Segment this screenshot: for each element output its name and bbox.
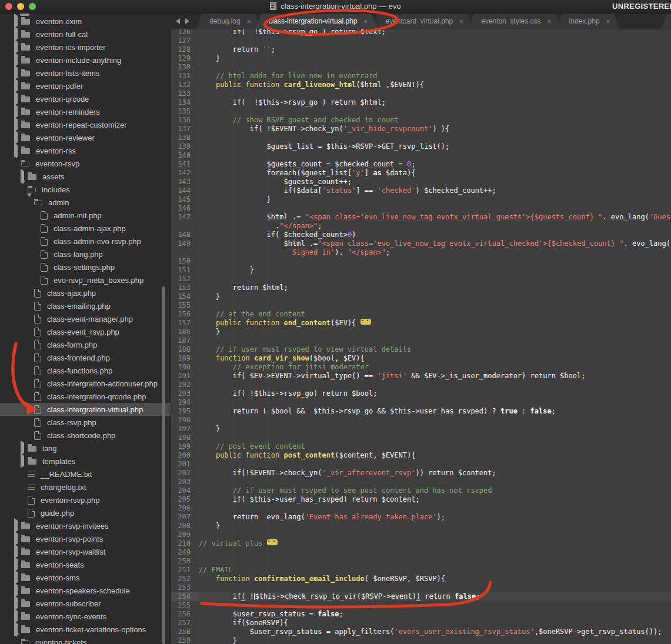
sidebar-scrollbar[interactable] [162,286,165,644]
code-fold-icon[interactable]: ··· [267,539,278,545]
code-line-155[interactable]: 155 [171,301,671,310]
code-line-210[interactable]: 210// virtual plus ··· [171,539,671,548]
sidebar-item-class-event_rsvp.php[interactable]: class-event_rsvp.php [0,325,171,338]
code-line-139[interactable]: 139 $guest_list = $this->RSVP->GET_rsvp_… [171,142,671,151]
code-line-187[interactable]: 187 [171,336,671,345]
code-line-192[interactable]: 192 [171,381,671,389]
code-line-142[interactable]: 142 foreach($guest_list['y'] as $data){ [171,169,671,178]
sidebar-item-evo-rsvp_meta_boxes.php[interactable]: evo-rsvp_meta_boxes.php [0,273,171,286]
code-line-196[interactable]: 196 [171,416,671,425]
sidebar-item-eventon-speakers-schedule[interactable]: eventon-speakers-schedule [0,584,171,597]
sidebar-item-class-frontend.php[interactable]: class-frontend.php [0,351,171,364]
code-fold-icon[interactable]: ··· [360,319,371,325]
code-line-202[interactable]: 202 if(!$EVENT->check_yn('_vir_aftereven… [171,469,671,478]
code-line-193[interactable]: 193 if( !$this->rsvp_go) return $bool; [171,389,671,398]
code-line-206[interactable]: 206 [171,504,671,513]
sidebar-item-eventon-rsvp.php[interactable]: eventon-rsvp.php [0,493,171,506]
sidebar-item-eventon-lists-items[interactable]: eventon-lists-items [0,66,171,79]
sidebar-item-includes[interactable]: includes [0,183,171,196]
chevron-right-icon[interactable] [21,453,24,468]
sidebar-item-eventon-qrcode[interactable]: eventon-qrcode [0,92,171,105]
sidebar-item-eventon-sync-events[interactable]: eventon-sync-events [0,610,171,623]
code-line-253[interactable]: 253 [171,583,671,592]
history-back-icon[interactable] [176,18,180,24]
code-line-191[interactable]: 191 if( $EV->EVENT->virtual_type() == 'j… [171,372,671,381]
sidebar-item-eventon-rsvp-invitees[interactable]: eventon-rsvp-invitees [0,519,171,532]
tab-close-icon[interactable]: × [459,17,464,26]
code-line-132[interactable]: 132 public function card_livenow_html($h… [171,81,671,89]
sidebar-item-class-lang.php[interactable]: class-lang.php [0,248,171,261]
code-line-128[interactable]: 128 return ''; [171,45,671,54]
tab-eventon_styles.css[interactable]: eventon_styles.css× [468,13,560,29]
code-line-138[interactable]: 138 [171,134,671,142]
sidebar-item-templates[interactable]: templates [0,455,171,468]
code-line-144[interactable]: 144 if($data['status'] == 'checked') $ch… [171,186,671,195]
code-line-150[interactable]: 150 [171,257,671,266]
code-line-249[interactable]: 249 [171,548,671,557]
sidebar-item-admin[interactable]: admin [0,196,171,209]
tab-class-intergration-virtual.php[interactable]: class-intergration-virtual.php× [256,13,378,29]
chevron-down-icon[interactable] [14,155,19,168]
sidebar-item-class-intergration-actionuser.php[interactable]: class-intergration-actionuser.php [0,377,171,390]
sidebar-item-eventon-ticket-variations-options[interactable]: eventon-ticket-variations-options [0,623,171,636]
code-line-154[interactable]: 154 } [171,292,671,301]
code-line-141[interactable]: 141 $guests_count = $checked_count = 0; [171,160,671,169]
code-line-131[interactable]: 131 // html adds for live now in eventca… [171,72,671,81]
code-line-209[interactable]: 209 [171,530,671,539]
code-line-148[interactable]: 148 if( $checked_count>0) [171,231,671,239]
sidebar-item-eventon-exim[interactable]: eventon-exim [0,15,171,28]
code-line-137[interactable]: 137 if( !$EVENT->check_yn('_vir_hide_rsv… [171,125,671,134]
tab-index.php[interactable]: index.php× [556,13,620,29]
code-line-149[interactable]: 149 $html .="<span class='evo_live_now_t… [171,239,671,248]
code-line-156[interactable]: 156 // at the end content [171,310,671,319]
sidebar-item-eventon-rsvp-waitlist[interactable]: eventon-rsvp-waitlist [0,545,171,558]
tab-debug.log[interactable]: debug.log× [196,13,261,29]
code-line-251[interactable]: 251// EMAIL [171,566,671,575]
sidebar-item-eventon-include-anything[interactable]: eventon-include-anything [0,54,171,66]
code-line-wrap[interactable]: Signed in'). "</span>"; [171,248,671,257]
sidebar-item-changelog.txt[interactable]: changelog.txt [0,481,171,493]
sidebar-item-class-event-manager.php[interactable]: class-event-manager.php [0,312,171,325]
code-line-200[interactable]: 200 public function post_content($conten… [171,451,671,460]
code-line-134[interactable]: 134 if( !$this->rsvp_go ) return $html; [171,98,671,107]
sidebar-item-class-ajax.php[interactable]: class-ajax.php [0,286,171,299]
code-line-143[interactable]: 143 $guests_count++; [171,178,671,186]
code-line-136[interactable]: 136 // show RSVP guest and checked in co… [171,116,671,125]
code-line-201[interactable]: 201 [171,460,671,469]
tab-close-icon[interactable]: × [363,17,368,26]
code-line-203[interactable]: 203 [171,478,671,486]
sidebar-item-eventon-reminders[interactable]: eventon-reminders [0,105,171,118]
sidebar-item-eventon-ics-importer[interactable]: eventon-ics-importer [0,41,171,54]
tab-close-icon[interactable]: × [246,17,251,26]
sidebar-item-eventon-rss[interactable]: eventon-rss [0,144,171,157]
sidebar-item-class-settings.php[interactable]: class-settings.php [0,261,171,273]
sidebar-item-class-shortcode.php[interactable]: class-shortcode.php [0,429,171,442]
sidebar-item-__README.txt[interactable]: __README.txt [0,468,171,481]
sidebar-item-class-functions.php[interactable]: class-functions.php [0,364,171,377]
code-editor[interactable]: 126 if( !$this->rsvp_go ) return $text;1… [171,29,671,644]
code-line-wrap[interactable]: ."</span>"; [171,222,671,231]
code-line-257[interactable]: 257 if($oneRSVP){ [171,619,671,628]
code-line-259[interactable]: 259 } [171,636,671,644]
sidebar-item-class-form.php[interactable]: class-form.php [0,338,171,351]
tab-eventcard_virtual.php[interactable]: eventcard_virtual.php× [372,13,473,29]
code-line-140[interactable]: 140 [171,151,671,160]
code-line-157[interactable]: 157 public function end_content($EV){ ··… [171,319,671,328]
code-line-204[interactable]: 204 // if user must rsvped to see post c… [171,486,671,495]
code-line-197[interactable]: 197 } [171,425,671,433]
code-line-188[interactable]: 188 // if user must rsvped to view virtu… [171,345,671,354]
code-line-186[interactable]: 186 } [171,328,671,336]
sidebar-item-class-emailing.php[interactable]: class-emailing.php [0,299,171,312]
code-line-153[interactable]: 153 return $html; [171,283,671,292]
sidebar-item-eventon-rsvp-points[interactable]: eventon-rsvp-points [0,532,171,545]
code-line-205[interactable]: 205 if( $this->user_has_rsvped) return $… [171,495,671,504]
code-line-145[interactable]: 145 } [171,195,671,204]
code-line-254[interactable]: 254 if( !$this->check_rsvp_to_vir($RSVP-… [171,592,671,601]
code-line-130[interactable]: 130 [171,63,671,72]
sidebar-item-eventon-reviewer[interactable]: eventon-reviewer [0,131,171,144]
code-line-199[interactable]: 199 // post event content [171,442,671,451]
sidebar-item-class-intergration-virtual.php[interactable]: class-intergration-virtual.php [0,403,171,416]
code-line-252[interactable]: 252 function confirmation_email_include(… [171,575,671,583]
code-line-190[interactable]: 190 // exception for jitsi moderator [171,363,671,372]
sidebar-item-eventon-seats[interactable]: eventon-seats [0,558,171,571]
